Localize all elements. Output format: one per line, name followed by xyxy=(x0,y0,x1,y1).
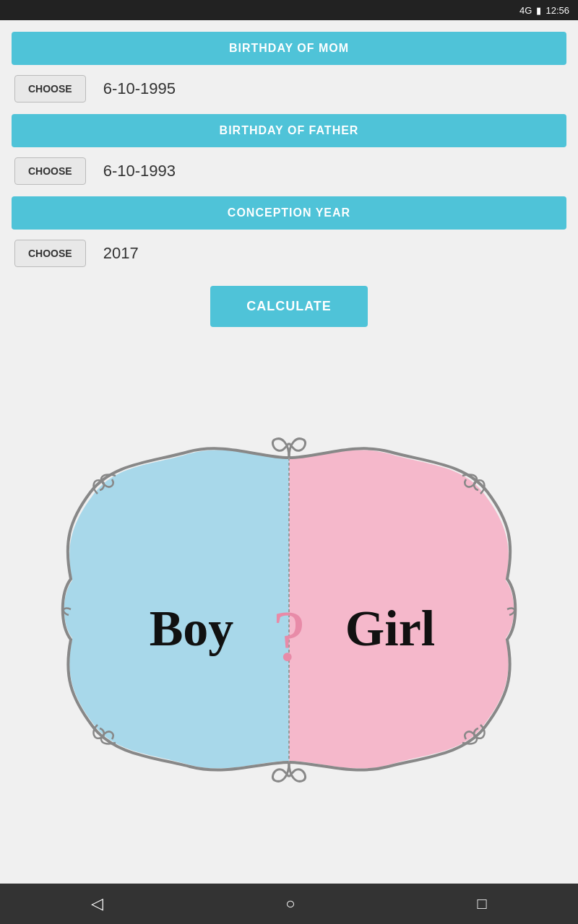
choose-mom-button[interactable]: CHOOSE xyxy=(14,75,86,103)
svg-text:Boy: Boy xyxy=(150,601,234,656)
recent-button[interactable]: □ xyxy=(478,894,487,913)
choose-father-button[interactable]: CHOOSE xyxy=(14,157,86,185)
svg-text:?: ? xyxy=(273,596,305,676)
nav-bar: ◁ ○ □ xyxy=(0,884,578,924)
conception-row: CHOOSE 2017 xyxy=(12,232,566,274)
main-content: BIRTHDAY OF MOM CHOOSE 6-10-1995 BIRTHDA… xyxy=(0,20,578,884)
mom-row: CHOOSE 6-10-1995 xyxy=(12,68,566,110)
choose-conception-button[interactable]: CHOOSE xyxy=(14,240,86,267)
mom-date-value: 6-10-1995 xyxy=(103,79,176,98)
signal-icon: 4G xyxy=(519,5,532,16)
calculate-row: CALCULATE xyxy=(12,286,566,327)
father-section-bar: BIRTHDAY OF FATHER xyxy=(12,114,566,147)
conception-section-bar: CONCEPTION YEAR xyxy=(12,196,566,230)
mom-section-bar: BIRTHDAY OF MOM xyxy=(12,32,566,65)
illustration-container: Boy ? Girl xyxy=(12,341,566,884)
clock: 12:56 xyxy=(545,5,569,16)
boy-girl-badge: Boy ? Girl xyxy=(58,436,520,783)
calculate-button[interactable]: CALCULATE xyxy=(210,286,368,327)
father-date-value: 6-10-1993 xyxy=(103,162,176,180)
svg-text:Girl: Girl xyxy=(345,601,435,656)
home-button[interactable]: ○ xyxy=(285,894,295,913)
back-button[interactable]: ◁ xyxy=(91,894,103,913)
status-bar: 4G ▮ 12:56 xyxy=(0,0,578,20)
father-row: CHOOSE 6-10-1993 xyxy=(12,150,566,192)
conception-year-value: 2017 xyxy=(103,244,139,263)
battery-icon: ▮ xyxy=(536,5,541,16)
